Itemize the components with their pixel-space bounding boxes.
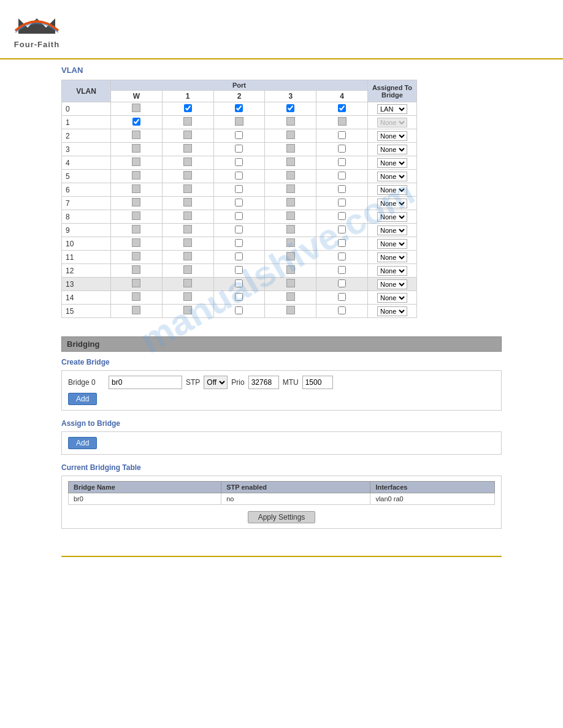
vlan-checkbox[interactable] <box>338 199 346 207</box>
bridge-select[interactable]: NoneLAN <box>377 279 407 289</box>
vlan-checkbox[interactable] <box>338 279 346 287</box>
disabled-checkbox <box>183 252 192 260</box>
vlan-checkbox[interactable] <box>235 185 243 193</box>
vlan-checkbox[interactable] <box>235 306 243 314</box>
vlan-cell-p4 <box>316 237 368 251</box>
vlan-checkbox[interactable] <box>338 158 346 166</box>
vlan-checkbox[interactable] <box>338 131 346 139</box>
vlan-cell-p2 <box>213 237 265 251</box>
vlan-cell-p3 <box>265 305 316 318</box>
bridge-select[interactable]: NoneLAN <box>377 145 407 154</box>
vlan-checkbox[interactable] <box>338 226 346 233</box>
vlan-checkbox[interactable] <box>235 226 243 233</box>
vlan-checkbox[interactable] <box>338 252 346 260</box>
disabled-checkbox <box>286 292 295 301</box>
vlan-bridge-select-cell: NoneLAN <box>368 264 417 278</box>
vlan-cell-p1 <box>162 291 213 305</box>
create-bridge-add-button[interactable]: Add <box>68 393 97 405</box>
vlan-row-id: 9 <box>62 224 111 237</box>
disabled-checkbox <box>132 131 140 139</box>
logo-text: Four-Faith <box>14 40 59 49</box>
vlan-cell-p3 <box>265 251 316 264</box>
bridge-select[interactable]: NoneLAN <box>377 185 407 195</box>
vlan-cell-p3 <box>265 210 316 224</box>
disabled-checkbox <box>183 171 192 180</box>
vlan-cell-p2 <box>213 197 265 210</box>
bridging-section: Bridging Create Bridge Bridge 0 STP OffO… <box>61 336 502 529</box>
vlan-row-id: 14 <box>62 291 111 305</box>
bridge-select[interactable]: NoneLAN <box>377 306 407 316</box>
vlan-checkbox[interactable] <box>338 145 346 153</box>
apply-settings-button[interactable]: Apply Settings <box>248 511 316 523</box>
vlan-checkbox[interactable] <box>338 266 346 274</box>
vlan-row-id: 8 <box>62 210 111 224</box>
vlan-cell-w <box>111 291 163 305</box>
vlan-cell-p4 <box>316 129 368 143</box>
disabled-checkbox <box>286 238 295 247</box>
vlan-checkbox[interactable] <box>338 306 346 314</box>
bridge-select[interactable]: NoneLAN <box>377 252 407 262</box>
bridge-select[interactable]: NoneLAN <box>377 239 407 249</box>
mtu-input[interactable] <box>302 376 333 389</box>
disabled-checkbox <box>183 117 192 126</box>
bridge-select[interactable]: NoneLAN <box>377 158 407 168</box>
assign-bridge-add-button[interactable]: Add <box>68 437 97 449</box>
prio-input[interactable] <box>248 376 279 389</box>
vlan-checkbox[interactable] <box>235 279 243 287</box>
vlan-row-id: 13 <box>62 278 111 291</box>
vlan-cell-p1 <box>162 278 213 291</box>
bridge-select[interactable]: NoneLAN <box>377 293 407 303</box>
bridge-select[interactable]: NoneLAN <box>377 131 407 141</box>
vlan-row: 10NoneLAN <box>62 237 417 251</box>
vlan-checkbox[interactable] <box>235 239 243 247</box>
vlan-checkbox[interactable] <box>235 158 243 166</box>
disabled-checkbox <box>132 292 140 301</box>
vlan-checkbox[interactable] <box>235 293 243 301</box>
vlan-cell-p4 <box>316 197 368 210</box>
assign-bridge-title: Assign to Bridge <box>61 419 502 428</box>
vlan-checkbox[interactable] <box>338 293 346 301</box>
current-table-title: Current Bridging Table <box>61 463 502 472</box>
vlan-checkbox[interactable] <box>338 239 346 247</box>
vlan-cell-w <box>111 237 163 251</box>
vlan-checkbox[interactable] <box>338 212 346 220</box>
bridge-select[interactable]: NoneLAN <box>377 212 407 222</box>
bridge-select[interactable]: NoneLAN <box>377 226 407 235</box>
vlan-checkbox[interactable] <box>235 104 243 112</box>
stp-select[interactable]: OffOn <box>204 376 228 389</box>
disabled-checkbox <box>132 265 140 274</box>
disabled-checkbox <box>286 131 295 139</box>
vlan-cell-p1 <box>162 143 213 156</box>
vlan-checkbox[interactable] <box>184 104 192 112</box>
vlan-cell-w <box>111 156 163 170</box>
vlan-cell-p2 <box>213 210 265 224</box>
disabled-checkbox <box>183 279 192 287</box>
disabled-checkbox <box>286 252 295 260</box>
vlan-checkbox[interactable] <box>235 199 243 207</box>
vlan-checkbox[interactable] <box>338 104 346 112</box>
vlan-checkbox[interactable] <box>235 266 243 274</box>
vlan-checkbox[interactable] <box>338 185 346 193</box>
vlan-section: VLAN VLAN Port Assigned To Bridge W 1 2 … <box>61 66 502 318</box>
bridge-select[interactable]: LANNone <box>377 104 407 114</box>
vlan-checkbox[interactable] <box>286 104 294 112</box>
vlan-checkbox[interactable] <box>235 252 243 260</box>
vlan-cell-p4 <box>316 264 368 278</box>
bridge-select[interactable]: NoneLAN <box>377 266 407 276</box>
bridge-select[interactable]: NoneLAN <box>377 172 407 181</box>
bridge-select[interactable]: NoneLAN <box>377 199 407 208</box>
col-w-header: W <box>111 91 163 102</box>
vlan-cell-p3 <box>265 129 316 143</box>
vlan-checkbox[interactable] <box>235 145 243 153</box>
bridge-name-input[interactable] <box>109 376 182 389</box>
vlan-cell-p1 <box>162 156 213 170</box>
vlan-checkbox[interactable] <box>132 118 140 126</box>
vlan-row: 11NoneLAN <box>62 251 417 264</box>
vlan-checkbox[interactable] <box>235 172 243 180</box>
vlan-checkbox[interactable] <box>338 172 346 180</box>
vlan-checkbox[interactable] <box>235 131 243 139</box>
vlan-cell-p3 <box>265 224 316 237</box>
header: Four-Faith <box>0 0 563 59</box>
vlan-checkbox[interactable] <box>235 212 243 220</box>
vlan-bridge-select-cell: NoneLAN <box>368 237 417 251</box>
